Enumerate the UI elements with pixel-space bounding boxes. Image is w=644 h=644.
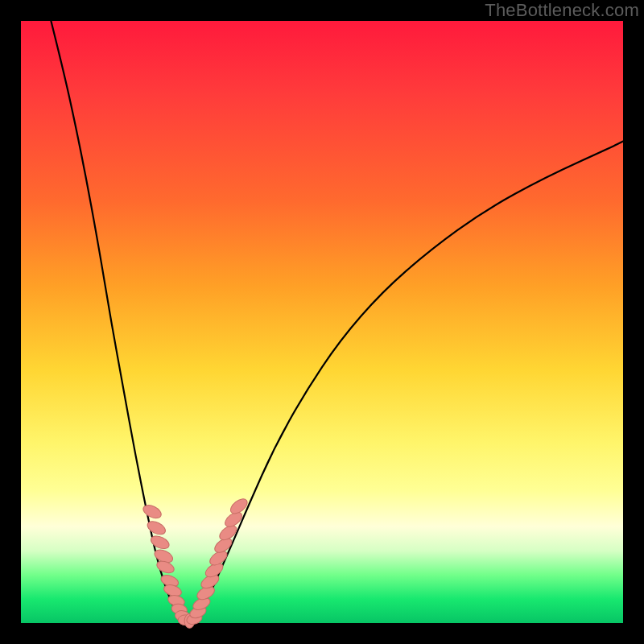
chart-frame: TheBottleneck.com <box>0 0 644 644</box>
curve-right-path <box>186 142 623 623</box>
watermark-text: TheBottleneck.com <box>485 0 639 21</box>
chart-svg <box>21 21 623 623</box>
plot-area <box>21 21 623 623</box>
curve-right-arm <box>186 142 623 623</box>
curve-left-arm <box>51 21 186 622</box>
curve-left-path <box>51 21 186 622</box>
data-dot <box>141 502 163 521</box>
